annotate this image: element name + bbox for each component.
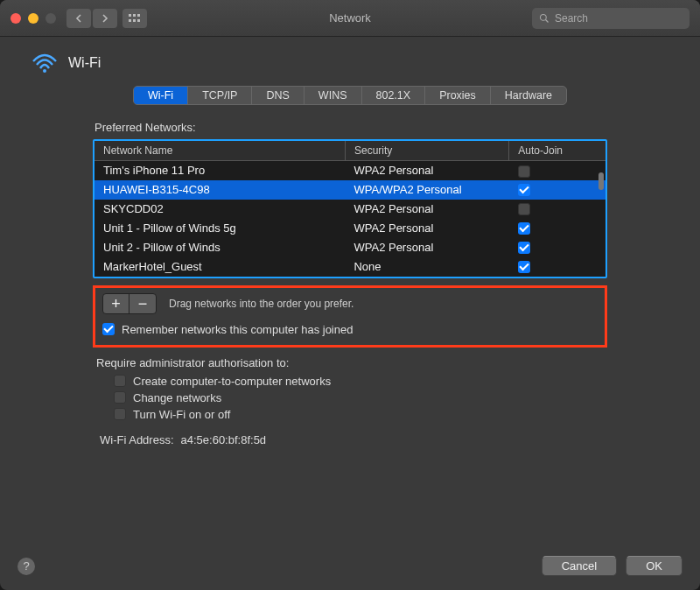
forward-button[interactable]: [93, 9, 117, 28]
drag-hint: Drag networks into the order you prefer.: [169, 298, 354, 310]
add-remove-buttons: + −: [102, 293, 157, 314]
table-row[interactable]: Tim's iPhone 11 ProWPA2 Personal: [94, 161, 606, 180]
svg-point-6: [541, 14, 547, 20]
admin-change-checkbox[interactable]: [114, 391, 126, 404]
tab-wins[interactable]: WINS: [304, 87, 362, 104]
admin-toggle-label: Turn Wi-Fi on or off: [133, 408, 230, 421]
titlebar: Network Search: [0, 0, 700, 37]
network-security: WPA/WPA2 Personal: [345, 180, 508, 200]
tab-dns[interactable]: DNS: [252, 87, 304, 104]
search-placeholder: Search: [555, 12, 588, 25]
wifi-address-label: Wi-Fi Address:: [100, 433, 174, 446]
network-name: Tim's iPhone 11 Pro: [94, 161, 345, 180]
tab-8021x[interactable]: 802.1X: [362, 87, 426, 104]
admin-create-label: Create computer-to-computer networks: [133, 375, 331, 388]
network-name: Unit 2 - Pillow of Winds: [94, 238, 345, 257]
svg-point-8: [43, 69, 46, 73]
remove-network-button[interactable]: −: [130, 294, 156, 313]
autojoin-checkbox[interactable]: [518, 184, 530, 196]
network-security: WPA2 Personal: [345, 219, 508, 238]
network-prefs-window: Network Search Wi-Fi Wi-Fi TCP/IP DNS WI…: [0, 0, 700, 590]
window-title: Network: [329, 11, 371, 25]
preferred-networks-table[interactable]: Network Name Security Auto-Join Tim's iP…: [93, 139, 607, 278]
tab-wifi[interactable]: Wi-Fi: [134, 87, 188, 104]
svg-rect-1: [133, 14, 136, 17]
table-row[interactable]: SKYCDD02WPA2 Personal: [94, 200, 606, 219]
network-security: WPA2 Personal: [345, 161, 508, 180]
chevron-left-icon: [74, 14, 83, 23]
svg-rect-3: [129, 19, 131, 22]
close-window-button[interactable]: [10, 13, 21, 24]
svg-rect-5: [137, 19, 140, 22]
help-button[interactable]: ?: [18, 558, 35, 575]
scrollbar[interactable]: [598, 172, 604, 190]
tab-bar: Wi-Fi TCP/IP DNS WINS 802.1X Proxies Har…: [133, 86, 567, 105]
search-icon: [539, 13, 550, 24]
network-security: None: [345, 257, 508, 277]
autojoin-checkbox[interactable]: [518, 242, 530, 254]
back-button[interactable]: [66, 9, 91, 28]
grid-icon: [129, 14, 141, 23]
require-admin-label: Require administrator authorisation to:: [96, 356, 607, 369]
svg-rect-2: [137, 14, 140, 17]
table-row[interactable]: Unit 1 - Pillow of Winds 5gWPA2 Personal: [94, 219, 606, 238]
autojoin-checkbox[interactable]: [518, 165, 530, 178]
svg-rect-4: [133, 19, 136, 22]
preferred-networks-label: Preferred Networks:: [94, 121, 607, 134]
network-name: MarkerHotel_Guest: [94, 257, 345, 277]
remember-networks-checkbox[interactable]: [102, 323, 115, 335]
col-header-security[interactable]: Security: [345, 141, 508, 161]
col-header-autojoin[interactable]: Auto-Join: [509, 141, 606, 161]
table-row[interactable]: MarkerHotel_GuestNone: [94, 257, 606, 277]
show-all-button[interactable]: [122, 9, 147, 28]
network-name: SKYCDD02: [94, 200, 345, 219]
search-input[interactable]: Search: [532, 8, 690, 29]
admin-toggle-checkbox[interactable]: [114, 408, 126, 420]
tab-proxies[interactable]: Proxies: [425, 87, 491, 104]
tab-tcpip[interactable]: TCP/IP: [188, 87, 252, 104]
svg-rect-0: [129, 14, 131, 17]
minimize-window-button[interactable]: [28, 13, 38, 24]
table-row[interactable]: Unit 2 - Pillow of WindsWPA2 Personal: [94, 238, 606, 257]
add-network-button[interactable]: +: [103, 294, 130, 313]
admin-create-checkbox[interactable]: [114, 375, 126, 387]
network-name: Unit 1 - Pillow of Winds 5g: [94, 219, 345, 238]
wifi-icon: [32, 53, 58, 74]
network-security: WPA2 Personal: [345, 200, 508, 219]
ok-button[interactable]: OK: [626, 556, 682, 576]
autojoin-checkbox[interactable]: [518, 222, 530, 235]
tab-hardware[interactable]: Hardware: [491, 87, 566, 104]
pane-title: Wi-Fi: [68, 55, 101, 71]
highlight-annotation: + − Drag networks into the order you pre…: [93, 285, 607, 348]
remember-networks-label: Remember networks this computer has join…: [122, 323, 353, 336]
admin-change-label: Change networks: [133, 391, 221, 404]
autojoin-checkbox[interactable]: [518, 261, 530, 273]
cancel-button[interactable]: Cancel: [542, 556, 617, 576]
svg-line-7: [546, 19, 549, 22]
network-security: WPA2 Personal: [345, 238, 508, 257]
table-row[interactable]: HUAWEI-B315-4C98WPA/WPA2 Personal: [94, 180, 606, 200]
zoom-window-button[interactable]: [46, 13, 56, 24]
autojoin-checkbox[interactable]: [518, 203, 530, 215]
pane-header: Wi-Fi: [32, 53, 677, 74]
chevron-right-icon: [101, 14, 109, 23]
network-name: HUAWEI-B315-4C98: [94, 180, 345, 200]
window-controls: [10, 13, 56, 24]
col-header-name[interactable]: Network Name: [94, 141, 345, 161]
wifi-address-value: a4:5e:60:bf:8f:5d: [181, 433, 267, 446]
